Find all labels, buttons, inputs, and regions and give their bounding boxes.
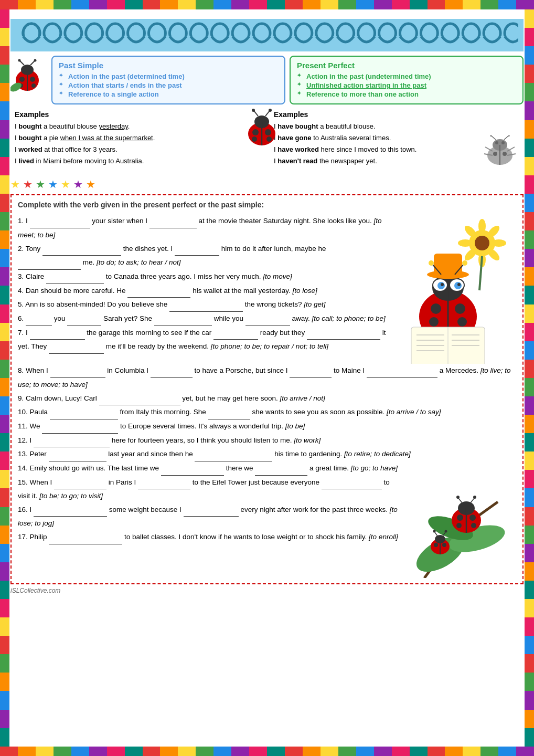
svg-point-121 (456, 496, 460, 499)
svg-point-117 (456, 523, 462, 528)
exercise-item-3: 3. Claire to Canada three years ago. I m… (18, 270, 390, 284)
svg-point-60 (503, 152, 507, 156)
exercise-item-17: 17. Philip to ballet classes. I don't kn… (18, 530, 401, 544)
svg-line-47 (265, 111, 270, 116)
svg-line-46 (254, 111, 258, 116)
exercise-item-8: 8. When I in Columbia I to have a Porsch… (18, 364, 516, 391)
svg-line-61 (492, 136, 496, 140)
exercise-item-15: 15. When I in Paris I to the Eifel Tower… (18, 476, 401, 503)
svg-point-83 (457, 283, 461, 286)
stars-row: ★ ★ ★ ★ ★ ★ ★ (10, 177, 524, 192)
svg-point-69 (458, 239, 473, 247)
ladybug-bottom-right (406, 476, 516, 578)
exercise-item-7: 7. I the garage this morning to see if t… (18, 326, 390, 354)
pp-rule-2: ✦ Unfinished action starting in the past (297, 81, 516, 89)
svg-point-86 (431, 303, 441, 314)
svg-point-36 (18, 59, 21, 62)
svg-line-120 (470, 498, 474, 503)
spiral-decoration (10, 19, 524, 51)
bee-decoration (396, 214, 516, 364)
svg-point-106 (462, 260, 467, 266)
exercise-item-1: 1. I your sister when I at the movie the… (18, 214, 390, 242)
past-rule-2: ✦ Action that starts / ends in the past (59, 81, 278, 89)
svg-point-130 (433, 530, 436, 532)
svg-point-49 (269, 109, 272, 112)
svg-rect-93 (434, 254, 462, 276)
bee-svg (398, 217, 514, 364)
svg-point-45 (266, 136, 272, 142)
ladybug-decoration-left (10, 56, 47, 97)
ladybug-leaf-svg (409, 476, 514, 578)
svg-point-43 (265, 129, 271, 135)
present-perfect-title: Present Perfect (297, 61, 516, 70)
exercise-item-12: 12. I here for fourteen years, so I thin… (18, 434, 516, 448)
pp-rule-3: ✦ Reference to more than one action (297, 90, 516, 98)
exercise-item-13: 13. Peter last year and since then he hi… (18, 447, 516, 461)
exercise-text: 1. I your sister when I at the movie the… (18, 214, 390, 364)
svg-point-44 (252, 136, 257, 142)
svg-point-87 (455, 303, 465, 314)
svg-point-116 (469, 514, 476, 521)
svg-point-48 (252, 109, 255, 112)
svg-point-131 (445, 530, 447, 532)
svg-point-89 (457, 317, 467, 327)
svg-point-127 (442, 543, 446, 547)
past-simple-box: Past Simple ✦ Action in the past (determ… (51, 56, 285, 104)
page-wrapper: Past Simple ✦ Action in the past (determ… (0, 0, 534, 756)
svg-line-34 (20, 61, 24, 65)
svg-point-126 (434, 543, 438, 547)
svg-point-67 (478, 219, 486, 234)
ladybug-center (243, 109, 280, 150)
svg-line-35 (30, 61, 35, 65)
bottom-color-strip (0, 747, 534, 756)
left-color-strip (0, 9, 9, 747)
svg-point-42 (252, 129, 259, 135)
pp-rule-1: ✦ Action in the past (undetermined time) (297, 72, 516, 80)
bug-decoration-right (480, 135, 519, 171)
svg-point-122 (473, 496, 476, 499)
svg-point-105 (429, 260, 434, 266)
exercise-item-2: 2. Tony the dishes yet. I him to do it a… (18, 242, 390, 270)
examples-section: Examples I bought a beautiful blouse yes… (10, 109, 524, 173)
svg-point-33 (31, 83, 36, 88)
ladybug-svg-center (243, 109, 280, 148)
ladybug-svg-1 (10, 58, 45, 95)
svg-point-118 (471, 523, 476, 528)
bug-svg-right (480, 135, 519, 170)
svg-point-31 (30, 77, 35, 82)
svg-point-66 (475, 236, 489, 250)
svg-line-119 (458, 498, 463, 503)
exercise-items-continued: 8. When I in Columbia I to have a Porsch… (18, 364, 516, 475)
past-simple-title: Past Simple (59, 61, 278, 70)
svg-point-37 (34, 59, 37, 62)
past-rule-1: ✦ Action in the past (determined time) (59, 72, 278, 80)
svg-point-53 (501, 141, 505, 144)
present-examples: Examples I have bought a beautiful blous… (270, 109, 524, 173)
exercise-item-5: 5. Ann is so absent-minded! Do you belie… (18, 298, 390, 312)
exercise-item-4: 4. Dan should be more careful. He his wa… (18, 284, 390, 298)
exercise-item-11: 11. We to Europe several times. It's alw… (18, 419, 516, 434)
svg-point-70 (492, 239, 506, 247)
present-examples-label: Examples (274, 110, 519, 119)
svg-line-62 (504, 136, 508, 140)
past-examples-label: Examples (15, 110, 260, 119)
rings-svg (16, 22, 518, 50)
past-rule-3: ✦ Reference to a single action (59, 90, 278, 98)
exercise-item-14: 14. Emily should go with us. The last ti… (18, 461, 516, 476)
svg-point-82 (441, 283, 444, 286)
exercise-section: Complete with the verb given in the pres… (10, 194, 524, 584)
svg-point-52 (495, 141, 498, 144)
exercise-item-9: 9. Calm down, Lucy! Carl yet, but he may… (18, 392, 516, 406)
exercise-item-10: 10. Paula from Italy this morning. She s… (18, 405, 516, 419)
svg-point-30 (19, 77, 25, 82)
top-color-strip (0, 0, 534, 9)
exercise-instruction: Complete with the verb given in the pres… (18, 201, 516, 209)
past-examples: Examples I bought a beautiful blouse yes… (10, 109, 264, 173)
exercise-item-6: 6. you Sarah yet? She while you away. [t… (18, 312, 390, 326)
svg-point-88 (429, 317, 439, 327)
present-perfect-box: Present Perfect ✦ Action in the past (un… (290, 56, 524, 104)
right-color-strip (525, 9, 534, 747)
watermark: iSLCollective.com (10, 587, 524, 594)
exercise-item-16: 16. I some weight because I every night … (18, 503, 401, 530)
svg-point-59 (493, 152, 497, 156)
